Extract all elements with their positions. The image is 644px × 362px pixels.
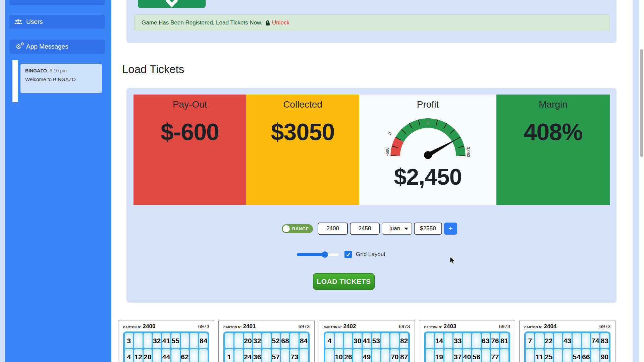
load-tickets-panel: Pay-Out $-600 Collected $3050 Profit -60…: [126, 88, 616, 303]
alert-text: Game Has Been Registered. Load Tickets N…: [142, 19, 262, 26]
bingo-cell-empty: [300, 349, 308, 362]
carton-label: CARTON N°: [123, 325, 142, 329]
bingo-cell-empty: [582, 333, 590, 348]
bingo-cell-empty: [290, 333, 299, 348]
app-root: Users ⚙ ⚙ App Messages BINGAZO: 8:10 pm …: [0, 0, 644, 362]
ticket-serial: 6973: [399, 323, 410, 329]
unlock-link[interactable]: Unlock: [272, 19, 289, 26]
bingo-cell-empty: [199, 349, 208, 362]
bingo-cell-empty: [134, 333, 143, 348]
gauge-min-label: -600: [385, 147, 389, 156]
bingo-grid: 7224374831125546690: [524, 331, 610, 362]
bingo-cell-number: 56: [472, 349, 481, 362]
right-gutter: [633, 0, 639, 362]
range-toggle-knob: [283, 225, 290, 232]
carton-number: 2402: [343, 323, 356, 330]
carton-number: 2401: [243, 323, 256, 330]
gears-icon: ⚙ ⚙: [13, 43, 23, 50]
sidebar-item-partial[interactable]: [9, 0, 105, 5]
bingo-cell-empty: [171, 349, 180, 362]
bingo-cell-number: 81: [500, 333, 508, 348]
bingo-cell-number: 54: [573, 349, 581, 362]
bingo-cell-number: 84: [300, 333, 308, 348]
bingo-cell-empty: [554, 333, 562, 348]
owner-select[interactable]: juan: [382, 223, 412, 235]
amount-input[interactable]: [414, 223, 442, 235]
bingo-cell-number: 73: [290, 349, 299, 362]
bingo-cell-number: 83: [600, 333, 609, 348]
bingo-cell-empty: [144, 333, 152, 348]
bingo-cell-empty: [153, 349, 161, 362]
bingo-cell-number: 49: [363, 349, 371, 362]
range-from-input[interactable]: [318, 223, 348, 235]
bingo-cell-empty: [181, 333, 189, 348]
message-text: Welcome to BINGAZO: [25, 76, 97, 82]
ticket-serial: 6973: [599, 323, 610, 329]
bingo-ticket-card[interactable]: CARTON N°24006973332415584412204462: [118, 320, 214, 362]
slider-thumb[interactable]: [322, 251, 328, 258]
bingo-cell-empty: [381, 333, 390, 348]
message-sender: BINGAZO:: [25, 68, 48, 73]
margin-card: Margin 408%: [496, 95, 610, 205]
bingo-cell-number: 52: [272, 333, 280, 348]
chevron-down-icon: [404, 228, 408, 230]
range-to-input[interactable]: [350, 223, 380, 235]
bingo-ticket-card[interactable]: CARTON N°240269734304153821026497087: [319, 320, 415, 362]
bingo-cell-number: 68: [281, 333, 289, 348]
bingo-cell-empty: [426, 333, 434, 348]
lock-icon: [265, 20, 270, 26]
scrollbar-thumb[interactable]: [640, 49, 643, 157]
bingo-cell-number: 77: [491, 349, 499, 362]
carton-label: CARTON N°: [524, 325, 543, 329]
collected-value: $3050: [271, 119, 335, 145]
ticket-header: CARTON N°24046973: [524, 323, 610, 330]
payout-title: Pay-Out: [173, 99, 207, 110]
bingo-grid: 14336376811937405677: [424, 331, 510, 362]
bingo-cell-empty: [372, 349, 380, 362]
bingo-cell-empty: [325, 349, 334, 362]
carton-number: 2403: [444, 323, 457, 330]
bingo-cell-empty: [381, 349, 390, 362]
sidebar-item-app-messages[interactable]: ⚙ ⚙ App Messages: [9, 40, 105, 54]
carton-number: 2400: [143, 323, 156, 330]
bingo-ticket-card[interactable]: CARTON N°240469737224374831125546690: [519, 320, 615, 362]
range-toggle[interactable]: RANGE: [282, 224, 313, 233]
check-icon: [345, 252, 351, 257]
bingo-cell-number: 14: [435, 333, 443, 348]
bingo-cell-number: 70: [390, 349, 399, 362]
bingo-cell-empty: [262, 349, 271, 362]
ticket-header: CARTON N°24026973: [324, 323, 410, 330]
owner-select-value: juan: [389, 225, 400, 232]
size-slider[interactable]: [297, 251, 339, 257]
bingo-cell-number: 41: [162, 333, 170, 348]
gauge-max-label: 3,063: [466, 147, 470, 157]
bingo-cell-number: 36: [253, 349, 261, 362]
load-tickets-button[interactable]: LOAD TICKETS: [313, 273, 375, 290]
bingo-cell-number: 32: [153, 333, 161, 348]
bingo-grid: 332415584412204462: [123, 331, 209, 362]
ticket-range-controls: RANGE juan +: [282, 223, 457, 235]
bingo-cell-empty: [353, 349, 362, 362]
bingo-cell-number: 76: [491, 333, 499, 348]
bingo-cell-number: 84: [199, 333, 208, 348]
collapse-chevron-button[interactable]: [138, 0, 206, 8]
grid-layout-checkbox[interactable]: [344, 251, 352, 258]
grid-layout-label: Grid Layout: [356, 251, 385, 258]
bingo-cell-number: 57: [272, 349, 280, 362]
add-range-button[interactable]: +: [444, 223, 457, 235]
bingo-cell-empty: [344, 333, 353, 348]
bingo-cell-number: 25: [545, 349, 553, 362]
bingo-cell-number: 90: [600, 349, 609, 362]
bingo-grid: 2032526884124365773: [223, 331, 310, 362]
payout-value: $-600: [161, 119, 219, 145]
bingo-cell-number: 37: [453, 349, 462, 362]
bingo-cell-empty: [591, 349, 599, 362]
sidebar-item-users[interactable]: Users: [9, 15, 105, 29]
bingo-cell-empty: [281, 349, 289, 362]
margin-value: 408%: [524, 119, 582, 145]
bingo-ticket-card[interactable]: CARTON N°2403697314336376811937405677: [419, 320, 515, 362]
bingo-cell-number: 82: [400, 333, 408, 348]
collected-card: Collected $3050: [246, 95, 359, 205]
bingo-cell-number: 12: [134, 349, 143, 362]
bingo-ticket-card[interactable]: CARTON N°240169732032526884124365773: [218, 320, 315, 362]
